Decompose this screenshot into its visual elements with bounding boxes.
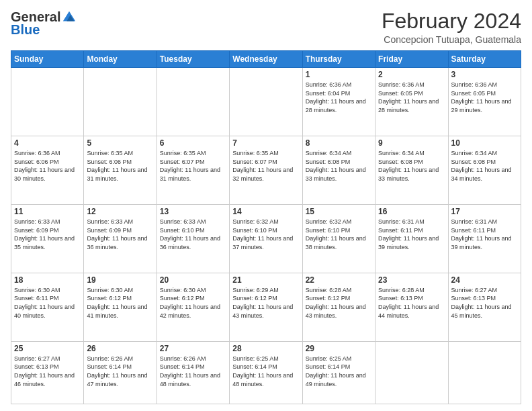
weekday-header-friday: Friday — [375, 51, 448, 68]
day-info: Sunrise: 6:34 AM Sunset: 6:08 PM Dayligh… — [378, 149, 445, 183]
day-number: 26 — [87, 344, 153, 353]
day-number: 21 — [232, 275, 299, 285]
page: General Blue February 2024 Concepcion Tu… — [0, 0, 532, 411]
day-info: Sunrise: 6:26 AM Sunset: 6:14 PM Dayligh… — [160, 355, 226, 388]
weekday-header-wednesday: Wednesday — [230, 51, 302, 68]
week-row-3: 18Sunrise: 6:30 AM Sunset: 6:11 PM Dayli… — [11, 273, 521, 341]
day-number: 1 — [306, 70, 372, 79]
calendar-cell — [84, 68, 157, 136]
day-info: Sunrise: 6:32 AM Sunset: 6:10 PM Dayligh… — [306, 218, 372, 251]
calendar-cell: 8Sunrise: 6:34 AM Sunset: 6:08 PM Daylig… — [302, 136, 375, 205]
weekday-header-sunday: Sunday — [11, 51, 84, 68]
day-number: 17 — [451, 207, 518, 216]
day-info: Sunrise: 6:36 AM Sunset: 6:04 PM Dayligh… — [306, 81, 372, 114]
day-number: 28 — [232, 344, 299, 353]
day-number: 27 — [160, 344, 226, 353]
day-info: Sunrise: 6:33 AM Sunset: 6:09 PM Dayligh… — [14, 218, 81, 251]
week-row-4: 25Sunrise: 6:27 AM Sunset: 6:13 PM Dayli… — [11, 341, 521, 404]
calendar-cell: 7Sunrise: 6:35 AM Sunset: 6:07 PM Daylig… — [230, 136, 302, 205]
calendar-cell — [11, 68, 84, 136]
day-info: Sunrise: 6:35 AM Sunset: 6:07 PM Dayligh… — [160, 149, 226, 183]
day-info: Sunrise: 6:34 AM Sunset: 6:08 PM Dayligh… — [451, 149, 518, 183]
day-number: 13 — [160, 207, 226, 216]
weekday-header-monday: Monday — [84, 51, 157, 68]
calendar-cell: 20Sunrise: 6:30 AM Sunset: 6:12 PM Dayli… — [157, 273, 229, 341]
day-number: 9 — [378, 138, 445, 148]
week-row-1: 4Sunrise: 6:36 AM Sunset: 6:06 PM Daylig… — [11, 136, 521, 205]
day-info: Sunrise: 6:36 AM Sunset: 6:05 PM Dayligh… — [378, 81, 445, 114]
main-title: February 2024 — [382, 9, 521, 33]
day-info: Sunrise: 6:35 AM Sunset: 6:06 PM Dayligh… — [87, 149, 153, 183]
day-number: 15 — [306, 207, 372, 216]
day-number: 8 — [306, 138, 372, 148]
day-info: Sunrise: 6:30 AM Sunset: 6:12 PM Dayligh… — [160, 286, 226, 320]
day-number: 29 — [306, 344, 372, 353]
day-number: 24 — [451, 275, 518, 285]
day-info: Sunrise: 6:26 AM Sunset: 6:14 PM Dayligh… — [87, 355, 153, 388]
day-number: 7 — [232, 138, 299, 148]
day-info: Sunrise: 6:34 AM Sunset: 6:08 PM Dayligh… — [306, 149, 372, 183]
week-row-2: 11Sunrise: 6:33 AM Sunset: 6:09 PM Dayli… — [11, 204, 521, 273]
day-info: Sunrise: 6:31 AM Sunset: 6:11 PM Dayligh… — [451, 218, 518, 251]
day-info: Sunrise: 6:33 AM Sunset: 6:09 PM Dayligh… — [87, 218, 153, 251]
day-number: 2 — [378, 70, 445, 79]
calendar-cell: 12Sunrise: 6:33 AM Sunset: 6:09 PM Dayli… — [84, 204, 157, 273]
day-number: 19 — [87, 275, 153, 285]
weekday-header-tuesday: Tuesday — [157, 51, 229, 68]
logo-blue: Blue — [11, 22, 40, 38]
calendar-cell: 4Sunrise: 6:36 AM Sunset: 6:06 PM Daylig… — [11, 136, 84, 205]
calendar-cell: 21Sunrise: 6:29 AM Sunset: 6:12 PM Dayli… — [230, 273, 302, 341]
calendar-cell: 1Sunrise: 6:36 AM Sunset: 6:04 PM Daylig… — [302, 68, 375, 136]
day-number: 20 — [160, 275, 226, 285]
weekday-header-row: SundayMondayTuesdayWednesdayThursdayFrid… — [11, 51, 521, 68]
calendar-cell: 16Sunrise: 6:31 AM Sunset: 6:11 PM Dayli… — [375, 204, 448, 273]
day-info: Sunrise: 6:30 AM Sunset: 6:11 PM Dayligh… — [14, 286, 81, 320]
calendar-cell: 9Sunrise: 6:34 AM Sunset: 6:08 PM Daylig… — [375, 136, 448, 205]
calendar-cell: 28Sunrise: 6:25 AM Sunset: 6:14 PM Dayli… — [230, 341, 302, 404]
calendar-cell — [375, 341, 448, 404]
day-info: Sunrise: 6:25 AM Sunset: 6:14 PM Dayligh… — [232, 355, 299, 388]
day-info: Sunrise: 6:35 AM Sunset: 6:07 PM Dayligh… — [232, 149, 299, 183]
day-info: Sunrise: 6:36 AM Sunset: 6:05 PM Dayligh… — [451, 81, 518, 114]
calendar-cell: 19Sunrise: 6:30 AM Sunset: 6:12 PM Dayli… — [84, 273, 157, 341]
calendar-cell: 17Sunrise: 6:31 AM Sunset: 6:11 PM Dayli… — [448, 204, 521, 273]
day-number: 14 — [232, 207, 299, 216]
day-info: Sunrise: 6:28 AM Sunset: 6:12 PM Dayligh… — [306, 286, 372, 320]
calendar-cell — [157, 68, 229, 136]
day-number: 6 — [160, 138, 226, 148]
day-info: Sunrise: 6:29 AM Sunset: 6:12 PM Dayligh… — [232, 286, 299, 320]
calendar-cell: 22Sunrise: 6:28 AM Sunset: 6:12 PM Dayli… — [302, 273, 375, 341]
day-info: Sunrise: 6:27 AM Sunset: 6:13 PM Dayligh… — [451, 286, 518, 320]
calendar-table: SundayMondayTuesdayWednesdayThursdayFrid… — [11, 50, 521, 404]
calendar-cell: 25Sunrise: 6:27 AM Sunset: 6:13 PM Dayli… — [11, 341, 84, 404]
day-number: 3 — [451, 70, 518, 79]
calendar-cell: 13Sunrise: 6:33 AM Sunset: 6:10 PM Dayli… — [157, 204, 229, 273]
day-number: 22 — [306, 275, 372, 285]
subtitle: Concepcion Tutuapa, Guatemala — [382, 34, 521, 45]
calendar-cell: 2Sunrise: 6:36 AM Sunset: 6:05 PM Daylig… — [375, 68, 448, 136]
day-info: Sunrise: 6:30 AM Sunset: 6:12 PM Dayligh… — [87, 286, 153, 320]
calendar-cell: 5Sunrise: 6:35 AM Sunset: 6:06 PM Daylig… — [84, 136, 157, 205]
logo-icon — [62, 10, 77, 25]
day-number: 16 — [378, 207, 445, 216]
weekday-header-thursday: Thursday — [302, 51, 375, 68]
day-info: Sunrise: 6:28 AM Sunset: 6:13 PM Dayligh… — [378, 286, 445, 320]
calendar-cell: 6Sunrise: 6:35 AM Sunset: 6:07 PM Daylig… — [157, 136, 229, 205]
calendar-cell: 29Sunrise: 6:25 AM Sunset: 6:14 PM Dayli… — [302, 341, 375, 404]
calendar-cell — [230, 68, 302, 136]
day-info: Sunrise: 6:33 AM Sunset: 6:10 PM Dayligh… — [160, 218, 226, 251]
day-number: 5 — [87, 138, 153, 148]
calendar-cell: 24Sunrise: 6:27 AM Sunset: 6:13 PM Dayli… — [448, 273, 521, 341]
calendar-cell: 23Sunrise: 6:28 AM Sunset: 6:13 PM Dayli… — [375, 273, 448, 341]
calendar-cell: 14Sunrise: 6:32 AM Sunset: 6:10 PM Dayli… — [230, 204, 302, 273]
day-number: 11 — [14, 207, 81, 216]
day-number: 23 — [378, 275, 445, 285]
calendar-cell: 3Sunrise: 6:36 AM Sunset: 6:05 PM Daylig… — [448, 68, 521, 136]
day-number: 10 — [451, 138, 518, 148]
day-info: Sunrise: 6:36 AM Sunset: 6:06 PM Dayligh… — [14, 149, 81, 183]
week-row-0: 1Sunrise: 6:36 AM Sunset: 6:04 PM Daylig… — [11, 68, 521, 136]
day-number: 12 — [87, 207, 153, 216]
day-info: Sunrise: 6:27 AM Sunset: 6:13 PM Dayligh… — [14, 355, 81, 388]
day-info: Sunrise: 6:31 AM Sunset: 6:11 PM Dayligh… — [378, 218, 445, 251]
calendar-cell: 15Sunrise: 6:32 AM Sunset: 6:10 PM Dayli… — [302, 204, 375, 273]
